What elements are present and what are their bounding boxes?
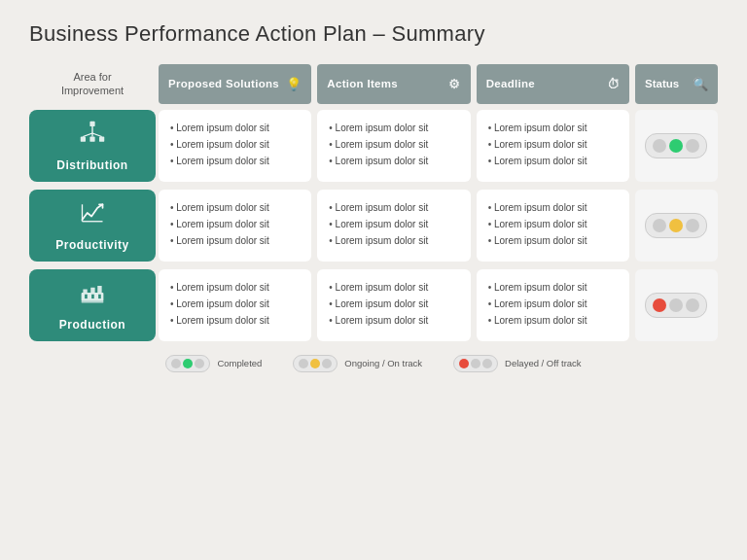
legend-delayed: Delayed / Off track [453,355,582,372]
traffic-light-distribution [645,133,707,158]
svg-rect-16 [98,294,101,298]
header-deadline: Deadline ⏱ [477,64,629,104]
light-red-prod [653,219,666,232]
slide: Business Performance Action Plan – Summa… [0,0,747,560]
svg-line-7 [92,133,102,137]
light-amber-production [669,298,683,312]
row-distribution: Distribution Lorem ipsum dolor sit Lorem… [29,110,718,182]
list-item: Lorem ipsum dolor sit [170,279,300,296]
productivity-deadline: Lorem ipsum dolor sit Lorem ipsum dolor … [477,190,629,262]
legend-light-amber [310,359,320,368]
list-item: Lorem ipsum dolor sit [170,199,300,216]
svg-rect-1 [81,136,86,141]
svg-rect-11 [83,289,87,293]
legend-completed-label: Completed [217,358,262,368]
slide-title: Business Performance Action Plan – Summa… [29,21,718,47]
list-item: Lorem ipsum dolor sit [488,136,618,153]
distribution-actions: Lorem ipsum dolor sit Lorem ipsum dolor … [317,110,470,182]
legend-light-grey5 [471,359,480,368]
header-action-items: Action Items ⚙ [317,64,470,104]
list-item: Lorem ipsum dolor sit [170,153,300,169]
svg-rect-13 [97,286,101,293]
productivity-actions: Lorem ipsum dolor sit Lorem ipsum dolor … [317,190,470,262]
legend-completed: Completed [165,355,262,372]
legend-light-grey6 [482,359,492,368]
production-icon [79,279,106,312]
light-red-production [653,298,666,312]
productivity-status [635,190,718,262]
area-distribution-label: Distribution [56,158,127,172]
traffic-light-production [645,293,707,318]
list-item: Lorem ipsum dolor sit [170,232,300,249]
list-item: Lorem ipsum dolor sit [488,120,618,136]
list-item: Lorem ipsum dolor sit [488,296,618,312]
legend-light-red [459,359,469,368]
list-item: Lorem ipsum dolor sit [329,312,458,329]
distribution-icon [79,120,106,153]
legend-light-grey4 [322,359,332,368]
header-area-label: Area for Improvement [29,64,156,104]
svg-rect-0 [89,121,94,125]
light-green-dist [669,139,683,153]
production-actions: Lorem ipsum dolor sit Lorem ipsum dolor … [317,269,470,341]
light-amber-dist [686,139,699,153]
production-deadline: Lorem ipsum dolor sit Lorem ipsum dolor … [477,269,629,341]
proposed-solutions-icon: 💡 [286,77,302,91]
legend-light-grey1 [171,359,181,368]
list-item: Lorem ipsum dolor sit [329,296,458,312]
svg-rect-12 [90,287,94,292]
list-item: Lorem ipsum dolor sit [329,232,458,249]
area-production: Production [29,269,156,341]
production-proposed: Lorem ipsum dolor sit Lorem ipsum dolor … [159,269,311,341]
legend-ongoing: Ongoing / On track [293,355,422,372]
list-item: Lorem ipsum dolor sit [329,153,458,169]
productivity-proposed: Lorem ipsum dolor sit Lorem ipsum dolor … [159,190,311,262]
status-icon: 🔍 [693,77,708,91]
list-item: Lorem ipsum dolor sit [170,120,300,136]
light-green-production [686,298,699,312]
svg-rect-3 [99,136,104,141]
light-red-dist [653,139,666,153]
list-item: Lorem ipsum dolor sit [170,296,300,312]
area-distribution: Distribution [29,110,156,182]
svg-rect-2 [89,136,94,141]
list-item: Lorem ipsum dolor sit [329,120,458,136]
list-item: Lorem ipsum dolor sit [488,153,618,169]
table-wrapper: Area for Improvement Proposed Solutions … [29,64,718,341]
light-green-prod [686,219,699,232]
traffic-light-productivity [645,213,707,238]
distribution-proposed: Lorem ipsum dolor sit Lorem ipsum dolor … [159,110,311,182]
distribution-status [635,110,718,182]
row-productivity: Productivity Lorem ipsum dolor sit Lorem… [29,190,718,262]
deadline-icon: ⏱ [607,77,620,91]
svg-rect-15 [91,294,94,298]
header-proposed-solutions: Proposed Solutions 💡 [159,64,311,104]
production-status [635,269,718,341]
distribution-deadline: Lorem ipsum dolor sit Lorem ipsum dolor … [477,110,629,182]
legend-delayed-label: Delayed / Off track [505,358,582,368]
action-items-icon: ⚙ [448,77,460,91]
legend-ongoing-label: Ongoing / On track [344,358,422,368]
list-item: Lorem ipsum dolor sit [329,199,458,216]
list-item: Lorem ipsum dolor sit [488,312,618,329]
list-item: Lorem ipsum dolor sit [488,232,618,249]
area-productivity-label: Productivity [55,238,128,252]
list-item: Lorem ipsum dolor sit [488,216,618,232]
legend-light-grey3 [299,359,308,368]
legend: Completed Ongoing / On track Delayed / O… [29,351,718,372]
row-production: Production Lorem ipsum dolor sit Lorem i… [29,269,718,341]
area-production-label: Production [59,318,125,332]
legend-light-grey2 [195,359,204,368]
list-item: Lorem ipsum dolor sit [329,136,458,153]
legend-light-green [183,359,193,368]
list-item: Lorem ipsum dolor sit [329,279,458,296]
area-productivity: Productivity [29,190,156,262]
light-amber-prod [669,219,683,232]
legend-lights-ongoing [293,355,338,372]
list-item: Lorem ipsum dolor sit [488,279,618,296]
list-item: Lorem ipsum dolor sit [170,216,300,232]
productivity-icon [79,199,106,232]
list-item: Lorem ipsum dolor sit [488,199,618,216]
svg-rect-14 [85,294,88,298]
list-item: Lorem ipsum dolor sit [170,136,300,153]
